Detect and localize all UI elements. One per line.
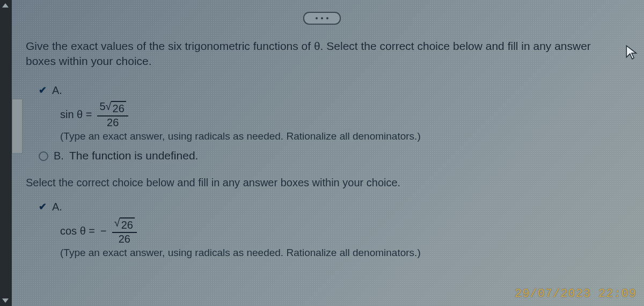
overflow-pill-icon[interactable]	[303, 12, 341, 25]
q2-choice-a[interactable]: ✔ A. cos θ = − √26 26 (Type an exact ans…	[39, 200, 634, 260]
timestamp-time: 22:09	[598, 287, 636, 301]
q1-choice-a[interactable]: ✔ A. sin θ = 5√26 26 (Type an exact answ…	[39, 83, 634, 143]
question-prompt: Give the exact values of the six trigono…	[26, 39, 634, 69]
q1-choice-b-text: The function is undefined.	[69, 148, 199, 163]
q2-radicand: 26	[120, 217, 135, 231]
radio-unselected-icon[interactable]	[39, 151, 48, 161]
timestamp-date: 29/07/2023	[515, 287, 591, 301]
q1-radicand: 26	[111, 101, 126, 115]
scroll-up-icon[interactable]	[2, 3, 9, 8]
sin-lhs: sin θ =	[60, 107, 92, 122]
q1-choice-b[interactable]: B. The function is undefined.	[39, 148, 634, 163]
choice-letter: B.	[54, 149, 64, 163]
q1-equation: sin θ = 5√26 26	[60, 101, 634, 128]
q2-equation: cos θ = − √26 26	[60, 217, 634, 245]
scrollbar-edge[interactable]	[0, 0, 12, 306]
q2-denominator: 26	[116, 233, 133, 245]
choice-letter: A.	[52, 200, 62, 214]
prompt-text-line2: boxes within your choice.	[26, 55, 152, 67]
second-prompt: Select the correct choice below and fill…	[26, 176, 634, 190]
prompt-text-line1: Give the exact values of the six trigono…	[26, 40, 591, 52]
selected-check-icon: ✔	[39, 85, 47, 95]
scroll-down-icon[interactable]	[2, 298, 9, 303]
margin-handle	[12, 99, 23, 154]
mouse-cursor-icon	[625, 45, 639, 63]
choice-letter: A.	[52, 83, 62, 98]
camera-timestamp: 29/07/202322:09	[515, 287, 636, 301]
q1-fraction: 5√26 26	[97, 101, 128, 128]
negative-sign: −	[100, 224, 107, 238]
q1-denominator: 26	[105, 116, 121, 128]
q2-hint: (Type an exact answer, using radicals as…	[60, 246, 634, 260]
question-body: Give the exact values of the six trigono…	[26, 39, 634, 265]
selected-check-icon: ✔	[39, 202, 47, 212]
q2-fraction: √26 26	[112, 217, 137, 245]
q1-hint: (Type an exact answer, using radicals as…	[60, 129, 634, 143]
cos-lhs: cos θ =	[60, 224, 95, 238]
q1-num-coef: 5	[99, 100, 105, 112]
